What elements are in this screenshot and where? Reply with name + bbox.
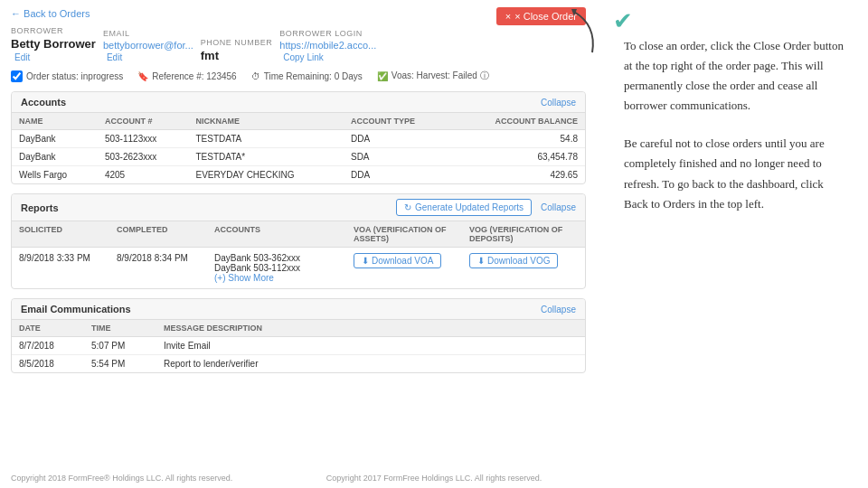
account-name: DayBank — [12, 148, 98, 166]
table-row: 8/5/2018 5:54 PM Report to lender/verifi… — [12, 355, 585, 373]
table-row: 8/7/2018 5:07 PM Invite Email — [12, 337, 585, 355]
reports-section: Reports ↻ Generate Updated Reports Colla… — [11, 193, 586, 289]
col-completed: COMPLETED — [117, 225, 207, 243]
col-solicited: SOLICITED — [19, 225, 109, 243]
col-accounts: ACCOUNTS — [214, 225, 346, 243]
accounts-collapse-btn[interactable]: Collapse — [541, 98, 576, 108]
generate-reports-btn[interactable]: ↻ Generate Updated Reports — [396, 199, 532, 216]
account-nickname: EVERYDAY CHECKING — [189, 166, 344, 184]
accounts-table: NAME ACCOUNT # NICKNAME ACCOUNT TYPE ACC… — [12, 113, 585, 183]
order-status-text: Order status: inprogress — [26, 71, 123, 81]
col-name: NAME — [12, 113, 98, 130]
reports-section-header: Reports ↻ Generate Updated Reports Colla… — [12, 194, 585, 221]
report-completed-date: 8/9/2018 8:34 PM — [117, 253, 207, 263]
report-vog-col: ⬇ Download VOG — [469, 253, 578, 268]
table-row: DayBank 503-2623xxx TESTDATA* SDA 63,454… — [12, 148, 585, 166]
col-nickname: NICKNAME — [189, 113, 344, 130]
email-header-row: DATE TIME MESSAGE DESCRIPTION — [12, 320, 585, 337]
arrow-annotation — [547, 7, 601, 60]
email-table: DATE TIME MESSAGE DESCRIPTION 8/7/2018 5… — [12, 320, 585, 372]
report-accounts: DayBank 503-362xxx DayBank 503-112xxx (+… — [214, 253, 346, 283]
reference-item: 🔖 Reference #: 123456 — [137, 71, 236, 81]
email-link[interactable]: bettyborrower@for... — [103, 40, 193, 51]
left-panel: Back to Orders × × Close Order BORROWER … — [0, 0, 597, 488]
phone-group: PHONE NUMBER fmt — [201, 38, 273, 62]
download-vog-btn[interactable]: ⬇ Download VOG — [469, 253, 558, 268]
account-number: 4205 — [98, 166, 189, 184]
tip-content: To close an order, click the Close Order… — [624, 18, 850, 214]
phone-value: fmt — [201, 49, 273, 62]
reports-collapse-btn[interactable]: Collapse — [541, 202, 576, 212]
col-balance: ACCOUNT BALANCE — [451, 113, 585, 130]
account-number: 503-2623xxx — [98, 148, 189, 166]
email-date: 8/7/2018 — [12, 337, 84, 355]
email-label: EMAIL — [103, 29, 193, 38]
reports-title: Reports — [21, 202, 59, 213]
accounts-header-row: NAME ACCOUNT # NICKNAME ACCOUNT TYPE ACC… — [12, 113, 585, 130]
voas-text: Voas: Harvest: Failed ⓘ — [392, 70, 489, 82]
checkmark-icon: ✔ — [613, 7, 633, 35]
voas-item: ✅ Voas: Harvest: Failed ⓘ — [377, 70, 489, 82]
email-date: 8/5/2018 — [12, 355, 84, 373]
close-x-icon: × — [505, 11, 511, 22]
col-time: TIME — [84, 320, 156, 337]
time-icon: ⏱ — [251, 71, 260, 81]
login-link[interactable]: https://mobile2.acco... — [279, 40, 376, 51]
footer-left: Copyright 2018 FormFree® Holdings LLC. A… — [11, 474, 232, 483]
table-row: Wells Fargo 4205 EVERYDAY CHECKING DDA 4… — [12, 166, 585, 184]
account-name: Wells Fargo — [12, 166, 98, 184]
report-account-2: DayBank 503-112xxx — [214, 263, 346, 273]
email-communications-section: Email Communications Collapse DATE TIME … — [11, 298, 586, 373]
reports-column-headers: SOLICITED COMPLETED ACCOUNTS VOA (VERIFI… — [12, 221, 585, 248]
refresh-icon: ↻ — [404, 202, 411, 212]
phone-label: PHONE NUMBER — [201, 38, 273, 47]
borrower-name: Betty Borrower — [11, 37, 96, 51]
status-bar: Order status: inprogress 🔖 Reference #: … — [11, 70, 586, 82]
account-type: SDA — [344, 148, 451, 166]
copy-link-btn[interactable]: Copy Link — [283, 52, 376, 62]
borrower-label: BORROWER — [11, 26, 96, 35]
email-message: Report to lender/verifier — [156, 355, 585, 373]
col-type: ACCOUNT TYPE — [344, 113, 451, 130]
email-collapse-btn[interactable]: Collapse — [541, 305, 576, 314]
account-number: 503-1123xxx — [98, 130, 189, 148]
report-voa-col: ⬇ Download VOA — [354, 253, 462, 268]
col-vog: VOG (VERIFICATION OF DEPOSITS) — [469, 225, 578, 243]
col-voa: VOA (VERIFICATION OF ASSETS) — [354, 225, 462, 243]
footer-center: Copyright 2017 FormFree Holdings LLC. Al… — [326, 474, 542, 483]
borrower-name-group: BORROWER Betty Borrower Edit — [11, 26, 96, 62]
account-balance: 54.8 — [451, 130, 585, 148]
account-name: DayBank — [12, 130, 98, 148]
report-solicited-date: 8/9/2018 3:33 PM — [19, 253, 109, 263]
accounts-section-header: Accounts Collapse — [12, 92, 585, 113]
col-account-num: ACCOUNT # — [98, 113, 189, 130]
right-panel: ✔ To close an order, click the Close Ord… — [597, 0, 868, 488]
email-edit-link[interactable]: Edit — [107, 52, 193, 62]
email-group: EMAIL bettyborrower@for... Edit — [103, 29, 193, 62]
login-group: BORROWER LOGIN https://mobile2.acco... C… — [279, 29, 376, 62]
email-time: 5:54 PM — [84, 355, 156, 373]
tip-paragraph-1: To close an order, click the Close Order… — [624, 36, 850, 116]
email-time: 5:07 PM — [84, 337, 156, 355]
time-remaining-text: Time Remaining: 0 Days — [264, 71, 363, 81]
voas-icon: ✅ — [377, 71, 388, 81]
back-to-orders-link[interactable]: Back to Orders — [11, 8, 90, 19]
borrower-edit-link[interactable]: Edit — [14, 52, 96, 62]
email-section-header: Email Communications Collapse — [12, 299, 585, 320]
account-type: DDA — [344, 130, 451, 148]
col-date: DATE — [12, 320, 84, 337]
reference-text: Reference #: 123456 — [152, 71, 236, 81]
show-more-link[interactable]: (+) Show More — [214, 273, 274, 283]
account-nickname: TESTDATA* — [189, 148, 344, 166]
email-message: Invite Email — [156, 337, 585, 355]
download-voa-icon: ⬇ — [362, 256, 369, 266]
reports-data-row: 8/9/2018 3:33 PM 8/9/2018 8:34 PM DayBan… — [12, 248, 585, 288]
account-balance: 429.65 — [451, 166, 585, 184]
reference-icon: 🔖 — [137, 71, 148, 81]
order-status-item: Order status: inprogress — [11, 70, 123, 82]
time-remaining-item: ⏱ Time Remaining: 0 Days — [251, 71, 363, 81]
account-nickname: TESTDATA — [189, 130, 344, 148]
order-status-checkbox[interactable] — [11, 70, 23, 82]
tip-paragraph-2: Be careful not to close orders until you… — [624, 134, 850, 213]
download-voa-btn[interactable]: ⬇ Download VOA — [354, 253, 441, 268]
